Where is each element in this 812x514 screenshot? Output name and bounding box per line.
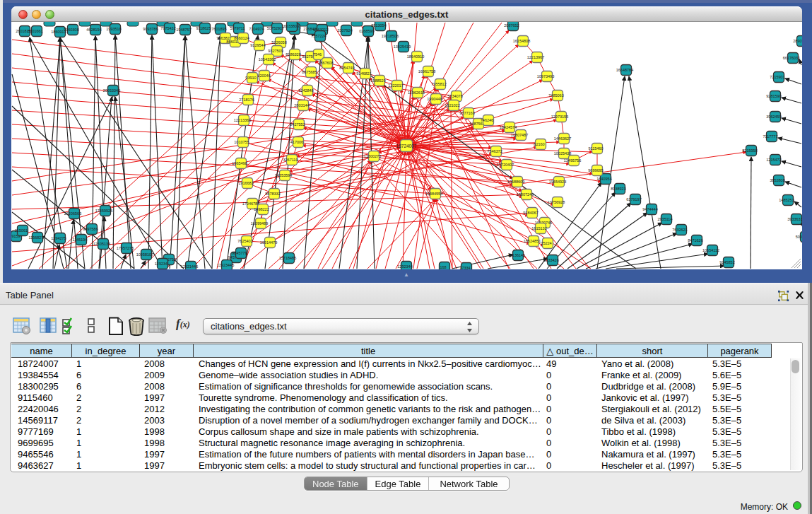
svg-text:7215901: 7215901	[770, 75, 784, 79]
svg-text:5734078: 5734078	[447, 94, 462, 98]
svg-text:18807249: 18807249	[517, 192, 534, 197]
svg-text:12213967: 12213967	[527, 55, 544, 59]
svg-text:16961758: 16961758	[418, 69, 435, 74]
svg-text:9118625: 9118625	[196, 26, 211, 30]
svg-text:8427552: 8427552	[290, 122, 305, 127]
svg-text:7357224: 7357224	[311, 34, 326, 38]
svg-text:11962615: 11962615	[408, 90, 425, 95]
svg-text:1948757: 1948757	[176, 28, 191, 32]
svg-text:19384554: 19384554	[425, 192, 442, 196]
svg-text:1294275: 1294275	[51, 236, 66, 240]
svg-text:3962459: 3962459	[766, 115, 781, 119]
svg-text:17046788: 17046788	[242, 201, 259, 206]
svg-text:1215472: 1215472	[766, 158, 781, 162]
svg-text:2803144: 2803144	[294, 103, 309, 107]
svg-text:7485063: 7485063	[548, 93, 563, 98]
svg-text:1993518: 1993518	[106, 27, 121, 31]
svg-text:1733426: 1733426	[543, 258, 558, 262]
svg-text:1485253: 1485253	[779, 198, 794, 202]
svg-text:14463627: 14463627	[554, 136, 571, 141]
svg-text:15718485: 15718485	[279, 256, 296, 260]
svg-text:18724007: 18724007	[396, 144, 417, 148]
svg-text:7117777: 7117777	[763, 134, 777, 139]
svg-text:9777169: 9777169	[459, 111, 474, 115]
svg-text:9474444: 9474444	[642, 207, 657, 211]
svg-text:16914479: 16914479	[260, 240, 277, 245]
svg-text:9129544: 9129544	[250, 43, 265, 47]
svg-text:26206565: 26206565	[64, 211, 81, 216]
svg-text:16648784: 16648784	[616, 68, 633, 72]
svg-text:5226058: 5226058	[271, 40, 286, 45]
svg-text:17334: 17334	[459, 266, 470, 269]
svg-text:7955812: 7955812	[431, 82, 446, 86]
svg-text:15720407: 15720407	[497, 163, 514, 167]
svg-text:9699695: 9699695	[588, 168, 603, 173]
svg-text:417006: 417006	[290, 140, 303, 144]
svg-text:8938923: 8938923	[611, 187, 625, 191]
svg-text:9397586: 9397586	[83, 227, 98, 231]
svg-text:10688609: 10688609	[507, 180, 524, 184]
svg-text:7104974: 7104974	[249, 27, 264, 31]
svg-text:168: 168	[440, 265, 446, 269]
svg-text:16033809: 16033809	[282, 24, 299, 28]
svg-text:8675685: 8675685	[302, 70, 317, 74]
svg-text:1322017: 1322017	[388, 83, 403, 88]
svg-text:17359926: 17359926	[95, 209, 112, 213]
svg-text:8301661: 8301661	[28, 29, 42, 33]
svg-text:10807487: 10807487	[511, 133, 528, 137]
svg-text:12973155: 12973155	[551, 115, 568, 119]
svg-text:12213369: 12213369	[234, 118, 251, 122]
svg-text:10025438: 10025438	[554, 151, 571, 156]
svg-text:7546372: 7546372	[487, 149, 502, 153]
svg-text:9115460: 9115460	[588, 146, 603, 151]
svg-text:18524851: 18524851	[524, 239, 541, 243]
svg-text:17957275: 17957275	[117, 246, 134, 250]
svg-text:9242848: 9242848	[298, 88, 313, 93]
svg-text:13300273: 13300273	[364, 154, 381, 158]
svg-text:16154808: 16154808	[513, 39, 530, 43]
svg-text:8678332: 8678332	[265, 192, 280, 196]
svg-text:2890786: 2890786	[793, 39, 802, 43]
svg-text:16099489: 16099489	[251, 221, 268, 226]
svg-text:8186328: 8186328	[286, 52, 300, 57]
svg-text:1640954: 1640954	[596, 177, 611, 181]
svg-text:8813054: 8813054	[371, 23, 386, 28]
svg-text:18640910: 18640910	[407, 54, 424, 59]
svg-text:1145194: 1145194	[72, 238, 87, 242]
svg-text:10973493: 10973493	[537, 74, 554, 78]
svg-text:50047439: 50047439	[796, 235, 802, 239]
svg-text:2718176: 2718176	[239, 98, 254, 102]
svg-text:10654112: 10654112	[702, 248, 719, 252]
svg-text:8660124: 8660124	[234, 36, 249, 40]
svg-text:8471626: 8471626	[688, 238, 702, 243]
svg-text:315061: 315061	[15, 228, 28, 233]
svg-text:8215958: 8215958	[742, 148, 757, 153]
svg-text:5979711: 5979711	[230, 26, 245, 30]
svg-text:1292344: 1292344	[397, 264, 412, 269]
svg-text:1156827: 1156827	[28, 235, 43, 240]
svg-text:7601895: 7601895	[211, 27, 226, 31]
svg-text:12921446: 12921446	[181, 264, 198, 269]
svg-text:10958107: 10958107	[136, 252, 153, 257]
svg-text:3307924: 3307924	[337, 28, 352, 33]
svg-text:93910: 93910	[245, 76, 256, 80]
svg-text:4628194: 4628194	[86, 28, 101, 32]
svg-text:9960308: 9960308	[64, 28, 78, 32]
svg-text:9245852: 9245852	[719, 260, 734, 264]
svg-text:1588520: 1588520	[370, 78, 385, 83]
svg-text:6379197: 6379197	[626, 197, 641, 201]
svg-text:10543362: 10543362	[259, 57, 276, 62]
svg-text:2867608: 2867608	[318, 61, 333, 65]
svg-text:9184067: 9184067	[523, 211, 538, 215]
svg-text:2935114: 2935114	[657, 217, 672, 221]
svg-text:20053346: 20053346	[103, 88, 120, 93]
svg-text:1916682: 1916682	[238, 181, 253, 185]
svg-text:129234: 129234	[155, 262, 167, 266]
svg-text:3933633: 3933633	[787, 217, 802, 221]
svg-text:25224: 25224	[541, 241, 551, 245]
svg-text:9093786: 9093786	[143, 27, 158, 31]
svg-text:1965498: 1965498	[232, 161, 247, 165]
svg-text:0268599: 0268599	[359, 29, 374, 33]
svg-text:1990448: 1990448	[427, 97, 442, 101]
svg-text:66176031: 66176031	[783, 56, 800, 60]
